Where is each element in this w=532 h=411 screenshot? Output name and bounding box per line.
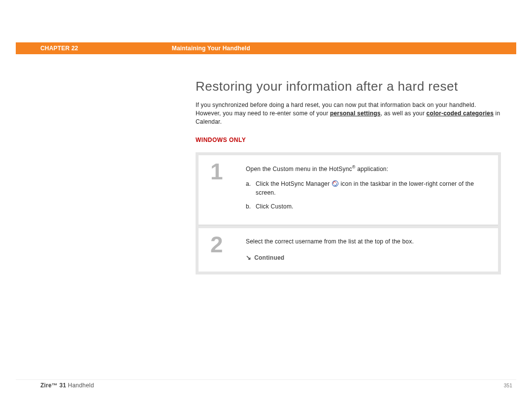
- registered-mark: ®: [352, 165, 356, 170]
- product-bold: Zire™ 31: [40, 382, 66, 389]
- substep-marker: b.: [246, 202, 256, 211]
- continued-label: ↘ Continued: [246, 253, 489, 263]
- step-body: Open the Custom menu in the HotSync® app…: [243, 155, 498, 225]
- page-number: 351: [504, 383, 516, 388]
- page-footer: Zire™ 31 Handheld 351: [16, 379, 516, 389]
- step-number: 1: [199, 155, 243, 225]
- main-content: Restoring your information after a hard …: [196, 79, 501, 274]
- continued-text: Continued: [254, 253, 284, 262]
- platform-label: WINDOWS ONLY: [196, 137, 501, 143]
- substep-a: a. Click the HotSync Manager icon in the…: [246, 179, 489, 197]
- intro-text-2: , as well as your: [381, 110, 427, 117]
- steps-container: 1 Open the Custom menu in the HotSync® a…: [196, 152, 501, 274]
- substep-b: b. Click Custom.: [246, 202, 489, 211]
- product-rest: Handheld: [66, 382, 94, 389]
- chapter-header-bar: CHAPTER 22 Maintaining Your Handheld: [16, 42, 516, 54]
- step-lead-text: Open the Custom menu in the HotSync: [246, 166, 352, 172]
- chapter-title: Maintaining Your Handheld: [172, 45, 250, 52]
- step-lead: Open the Custom menu in the HotSync® app…: [246, 164, 489, 173]
- intro-paragraph: If you synchronized before doing a hard …: [196, 101, 501, 126]
- step-2: 2 Select the correct username from the l…: [199, 228, 498, 272]
- color-coded-categories-link[interactable]: color-coded categories: [427, 110, 494, 117]
- step-lead-text-after: application:: [356, 166, 389, 172]
- step-1: 1 Open the Custom menu in the HotSync® a…: [199, 155, 498, 225]
- hotsync-icon: [332, 180, 338, 187]
- substep-text-before: Click the HotSync Manager: [256, 180, 332, 187]
- step-lead: Select the correct username from the lis…: [246, 237, 489, 246]
- product-name: Zire™ 31 Handheld: [16, 382, 94, 389]
- step-body: Select the correct username from the lis…: [243, 228, 498, 272]
- section-heading: Restoring your information after a hard …: [196, 79, 501, 94]
- continued-arrow-icon: ↘: [246, 253, 251, 263]
- chapter-label: CHAPTER 22: [40, 45, 78, 52]
- substep-text: Click Custom.: [256, 202, 489, 211]
- personal-settings-link[interactable]: personal settings: [330, 110, 381, 117]
- substep-marker: a.: [246, 179, 256, 197]
- step-number: 2: [199, 228, 243, 272]
- substep-text: Click the HotSync Manager icon in the ta…: [256, 179, 489, 197]
